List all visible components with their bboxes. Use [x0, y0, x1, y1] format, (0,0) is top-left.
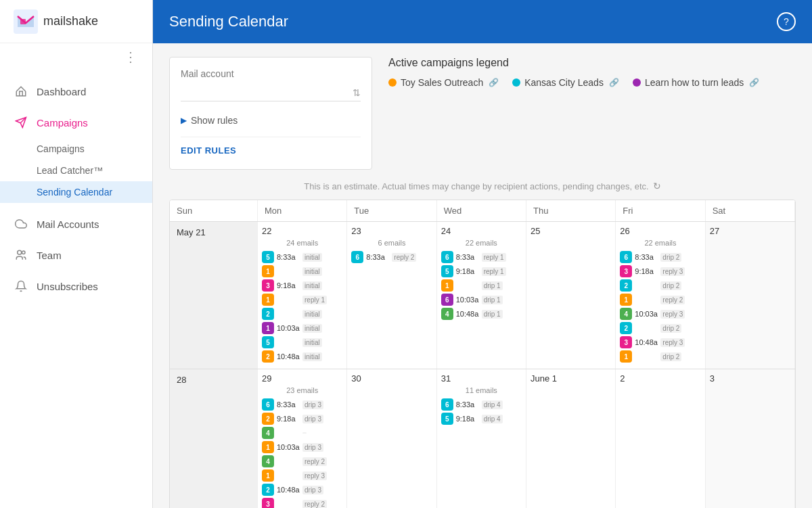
svg-point-2	[18, 250, 22, 254]
top-section: Mail account ⇅ ▶ Show rules EDIT RULES A…	[169, 57, 796, 170]
show-rules-label: Show rules	[191, 115, 238, 126]
legend-dot-learn	[633, 78, 641, 87]
email-entry: 58:33ainitial	[262, 251, 342, 263]
legend-label-kc-leads: Kansas City Leads	[524, 77, 604, 88]
sidebar-item-sending-calendar[interactable]: Sending Calendar	[0, 181, 152, 203]
legend-link-learn[interactable]: 🔗	[749, 78, 759, 87]
dashboard-label: Dashboard	[37, 86, 86, 97]
day-header-fri: Fri	[616, 200, 705, 221]
sidebar-item-unsubscribes[interactable]: Unsubscribes	[0, 271, 152, 302]
email-entry: 39:18areply 3	[620, 265, 700, 277]
day-header-tue: Tue	[347, 200, 436, 221]
sidebar-item-team[interactable]: Team	[0, 239, 152, 271]
email-entry: 1reply 1	[262, 294, 342, 306]
estimate-text: This is an estimate. Actual times may ch…	[169, 181, 796, 191]
legend-items: Toy Sales Outreach 🔗 Kansas City Leads 🔗…	[388, 77, 796, 88]
legend-item-toy-sales: Toy Sales Outreach 🔗	[388, 77, 499, 88]
legend-item-learn: Learn how to turn leads 🔗	[633, 77, 759, 88]
legend-link-toy-sales[interactable]: 🔗	[489, 78, 499, 87]
sidebar-item-lead-catcher[interactable]: Lead Catcher™	[37, 160, 152, 181]
mailshake-logo-icon	[14, 9, 38, 34]
email-entry: 310:48areply 3	[620, 336, 700, 348]
cal-cell-tue-30: 30	[347, 369, 436, 508]
sidebar: mailshake ⋮ Dashboard Campaigns Campaign…	[0, 0, 153, 508]
cal-cell-wed-24: 24 22 emails 68:33areply 1 59:18areply 1…	[437, 222, 526, 369]
cal-cell-sat-27: 27	[706, 222, 795, 369]
email-entry: 210:48adrip 3	[262, 484, 342, 496]
cal-cell-fri-26: 26 22 emails 68:33adrip 2 39:18areply 3 …	[616, 222, 705, 369]
cal-cell-thu-june1: June 1	[526, 369, 616, 508]
mail-account-label: Mail account	[181, 68, 361, 79]
svg-rect-1	[20, 19, 26, 24]
bell-icon	[14, 279, 28, 294]
email-entry: 2initial	[262, 308, 342, 320]
legend-link-kc-leads[interactable]: 🔗	[609, 78, 619, 87]
calendar-week-2: 28 29 23 emails 68:33adrip 3 29:18adrip …	[170, 369, 795, 508]
home-icon	[14, 84, 28, 99]
content-area: Mail account ⇅ ▶ Show rules EDIT RULES A…	[153, 43, 812, 508]
email-entry: 68:33adrip 2	[620, 251, 700, 263]
email-entry: 110:03ainitial	[262, 322, 342, 334]
mail-account-box: Mail account ⇅ ▶ Show rules EDIT RULES	[169, 57, 372, 170]
svg-point-3	[22, 251, 26, 254]
sidebar-item-campaigns[interactable]: Campaigns	[0, 107, 152, 138]
cal-cell-fri-2: 2	[616, 369, 705, 508]
email-entry: 1initial	[262, 265, 342, 277]
campaigns-icon	[14, 115, 28, 130]
edit-rules-button[interactable]: EDIT RULES	[181, 137, 361, 158]
email-entry: 110:03adrip 3	[262, 441, 342, 453]
calendar-header: Sun Mon Tue Wed Thu Fri Sat	[170, 200, 795, 222]
header: Sending Calendar ?	[153, 0, 812, 43]
day-header-wed: Wed	[437, 200, 526, 221]
email-entry: 2drip 2	[620, 322, 700, 334]
legend-label-toy-sales: Toy Sales Outreach	[401, 77, 483, 88]
day-header-sun: Sun	[170, 200, 258, 221]
day-header-thu: Thu	[526, 200, 616, 221]
cloud-icon	[14, 216, 28, 231]
week-label-may21: May 21	[170, 222, 258, 369]
refresh-icon[interactable]: ↻	[653, 181, 661, 191]
main-area: Sending Calendar ? Mail account ⇅ ▶ Show…	[153, 0, 812, 508]
email-entry: 1drip 2	[620, 350, 700, 363]
legend-box: Active campaigns legend Toy Sales Outrea…	[388, 57, 796, 170]
legend-item-kc-leads: Kansas City Leads 🔗	[512, 77, 619, 88]
sidebar-nav: Dashboard Campaigns Campaigns Lead Catch…	[0, 70, 152, 508]
email-entry: 59:18areply 1	[441, 265, 522, 277]
email-entry: 68:33areply 1	[441, 251, 522, 263]
sidebar-item-mail-accounts[interactable]: Mail Accounts	[0, 208, 152, 239]
day-header-sat: Sat	[706, 200, 795, 221]
show-rules-arrow-icon: ▶	[181, 116, 187, 125]
legend-label-learn: Learn how to turn leads	[645, 77, 744, 88]
email-entry: 59:18adrip 4	[441, 413, 522, 425]
email-entry: 3reply 2	[262, 498, 342, 508]
legend-dot-toy-sales	[388, 78, 397, 87]
mail-accounts-label: Mail Accounts	[37, 218, 99, 230]
mail-account-select[interactable]: ⇅	[181, 85, 361, 101]
email-entry: 4	[262, 427, 342, 439]
calendar-week-1: May 21 22 24 emails 58:33ainitial 1initi…	[170, 222, 795, 369]
email-entry: 68:33adrip 4	[441, 398, 522, 411]
email-entry: 410:03areply 3	[620, 308, 700, 320]
email-entry: 68:33areply 2	[351, 251, 432, 263]
people-icon	[14, 248, 28, 262]
help-button[interactable]: ?	[777, 12, 796, 31]
cal-cell-wed-31: 31 11 emails 68:33adrip 4 59:18adrip 4	[437, 369, 526, 508]
cal-cell-sat-3: 3	[706, 369, 795, 508]
email-entry: 210:48ainitial	[262, 350, 342, 363]
email-entry: 68:33adrip 3	[262, 398, 342, 411]
cal-cell-tue-23: 23 6 emails 68:33areply 2	[347, 222, 436, 369]
cal-cell-mon-22: 22 24 emails 58:33ainitial 1initial 39:1…	[258, 222, 347, 369]
sidebar-item-campaigns-sub[interactable]: Campaigns	[37, 138, 152, 160]
cal-cell-thu-25: 25	[526, 222, 616, 369]
day-header-mon: Mon	[258, 200, 347, 221]
logo-text: mailshake	[43, 14, 98, 28]
unsubscribes-label: Unsubscribes	[37, 281, 98, 292]
page-title: Sending Calendar	[169, 13, 288, 30]
email-entry: 4reply 2	[262, 455, 342, 467]
sidebar-item-dashboard[interactable]: Dashboard	[0, 76, 152, 107]
email-entry: 29:18adrip 3	[262, 413, 342, 425]
logo-area: mailshake	[0, 0, 152, 43]
show-rules-toggle[interactable]: ▶ Show rules	[181, 110, 361, 131]
email-entry: 610:03adrip 1	[441, 294, 522, 306]
sidebar-menu-dots[interactable]: ⋮	[0, 43, 152, 70]
